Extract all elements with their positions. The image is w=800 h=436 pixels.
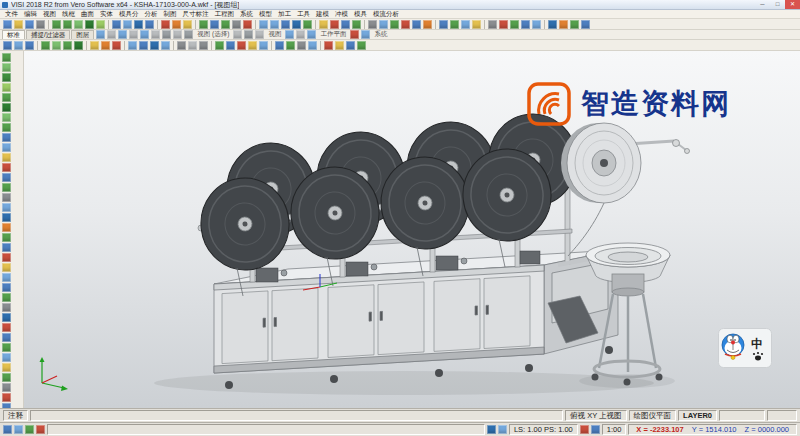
sidebar-icon-31[interactable] (2, 363, 11, 372)
toolbar-tab-0[interactable]: 标准 (2, 30, 25, 39)
toolbar1-icon-55[interactable] (548, 20, 557, 29)
status-mid-icon-0[interactable] (487, 425, 496, 434)
status-left-icon-1[interactable] (14, 425, 23, 434)
tabrow-g0-icon-3[interactable] (129, 30, 138, 39)
toolbar1-icon-33[interactable] (330, 20, 339, 29)
toolbar2-icon-19[interactable] (188, 41, 197, 50)
status-left-icon-0[interactable] (3, 425, 12, 434)
toolbar2-icon-33[interactable] (324, 41, 333, 50)
toolbar1-icon-2[interactable] (25, 20, 34, 29)
menu-item-9[interactable]: 尺寸标注 (180, 10, 212, 19)
toolbar1-icon-30[interactable] (303, 20, 312, 29)
sidebar-icon-23[interactable] (2, 283, 11, 292)
tabrow-g3-icon-1[interactable] (296, 30, 305, 39)
sidebar-icon-15[interactable] (2, 203, 11, 212)
toolbar1-icon-26[interactable] (259, 20, 268, 29)
menu-item-12[interactable]: 模型 (256, 10, 275, 19)
sidebar-icon-34[interactable] (2, 393, 11, 402)
tabrow-g0-icon-4[interactable] (140, 30, 149, 39)
toolbar2-icon-31[interactable] (308, 41, 317, 50)
toolbar1-icon-42[interactable] (423, 20, 432, 29)
toolbar1-icon-44[interactable] (439, 20, 448, 29)
toolbar1-icon-14[interactable] (145, 20, 154, 29)
toolbar1-icon-45[interactable] (450, 20, 459, 29)
toolbar1-icon-28[interactable] (281, 20, 290, 29)
menu-item-5[interactable]: 实体 (97, 10, 116, 19)
sidebar-icon-24[interactable] (2, 293, 11, 302)
status-mid-icon-1[interactable] (498, 425, 507, 434)
app-icon[interactable] (2, 2, 8, 8)
toolbar1-icon-52[interactable] (521, 20, 530, 29)
sidebar-icon-26[interactable] (2, 313, 11, 322)
toolbar1-icon-13[interactable] (134, 20, 143, 29)
toolbar2-icon-24[interactable] (237, 41, 246, 50)
toolbar1-icon-6[interactable] (63, 20, 72, 29)
toolbar2-icon-28[interactable] (275, 41, 284, 50)
menu-item-6[interactable]: 模具分 (116, 10, 142, 19)
status-left-icon-3[interactable] (36, 425, 45, 434)
toolbar1-icon-56[interactable] (559, 20, 568, 29)
toolbar1-icon-20[interactable] (199, 20, 208, 29)
toolbar2-icon-36[interactable] (357, 41, 366, 50)
toolbar1-icon-41[interactable] (412, 20, 421, 29)
sidebar-icon-3[interactable] (2, 83, 11, 92)
menu-item-10[interactable]: 工程图 (212, 10, 238, 19)
toolbar2-icon-26[interactable] (259, 41, 268, 50)
toolbar-tab-2[interactable]: 图层 (71, 30, 94, 39)
sidebar-icon-5[interactable] (2, 103, 11, 112)
tabrow-g1-icon-2[interactable] (173, 30, 182, 39)
toolbar1-icon-17[interactable] (172, 20, 181, 29)
sidebar-icon-13[interactable] (2, 183, 11, 192)
toolbar1-icon-1[interactable] (14, 20, 23, 29)
toolbar2-icon-2[interactable] (25, 41, 34, 50)
status-ratio-icon-0[interactable] (580, 425, 589, 434)
tabrow-g1-icon-0[interactable] (151, 30, 160, 39)
toolbar2-icon-0[interactable] (3, 41, 12, 50)
toolbar2-icon-5[interactable] (52, 41, 61, 50)
sidebar-icon-16[interactable] (2, 213, 11, 222)
toolbar2-icon-25[interactable] (248, 41, 257, 50)
toolbar1-icon-7[interactable] (74, 20, 83, 29)
sidebar-icon-17[interactable] (2, 223, 11, 232)
toolbar2-icon-34[interactable] (335, 41, 344, 50)
toolbar2-icon-18[interactable] (177, 41, 186, 50)
sidebar-icon-28[interactable] (2, 333, 11, 342)
toolbar2-icon-35[interactable] (346, 41, 355, 50)
sidebar-icon-32[interactable] (2, 373, 11, 382)
status-ratio-icon-1[interactable] (591, 425, 600, 434)
toolbar1-icon-46[interactable] (461, 20, 470, 29)
tabrow-g1-icon-1[interactable] (162, 30, 171, 39)
menu-item-18[interactable]: 模流分析 (370, 10, 402, 19)
tabrow-g2-icon-1[interactable] (244, 30, 253, 39)
toolbar2-icon-29[interactable] (286, 41, 295, 50)
toolbar1-icon-29[interactable] (292, 20, 301, 29)
tabrow-g2-icon-0[interactable] (233, 30, 242, 39)
sidebar-icon-6[interactable] (2, 113, 11, 122)
toolbar2-icon-1[interactable] (14, 41, 23, 50)
menu-item-1[interactable]: 编辑 (21, 10, 40, 19)
toolbar2-icon-13[interactable] (128, 41, 137, 50)
toolbar1-icon-39[interactable] (390, 20, 399, 29)
toolbar1-icon-12[interactable] (123, 20, 132, 29)
toolbar1-icon-16[interactable] (161, 20, 170, 29)
toolbar2-icon-4[interactable] (41, 41, 50, 50)
sidebar-icon-11[interactable] (2, 163, 11, 172)
toolbar1-icon-3[interactable] (36, 20, 45, 29)
sidebar-icon-20[interactable] (2, 253, 11, 262)
menu-item-4[interactable]: 曲面 (78, 10, 97, 19)
menu-item-17[interactable]: 模具 (351, 10, 370, 19)
toolbar2-icon-10[interactable] (101, 41, 110, 50)
tabrow-g3-icon-0[interactable] (285, 30, 294, 39)
toolbar1-icon-22[interactable] (221, 20, 230, 29)
toolbar1-icon-9[interactable] (96, 20, 105, 29)
sidebar-icon-19[interactable] (2, 243, 11, 252)
toolbar1-icon-21[interactable] (210, 20, 219, 29)
maximize-button[interactable]: □ (770, 0, 785, 9)
sidebar-icon-10[interactable] (2, 153, 11, 162)
tabrow-g0-icon-1[interactable] (107, 30, 116, 39)
tabrow-g3-icon-2[interactable] (307, 30, 316, 39)
sidebar-icon-0[interactable] (2, 53, 11, 62)
toolbar1-icon-35[interactable] (352, 20, 361, 29)
toolbar1-icon-24[interactable] (243, 20, 252, 29)
toolbar1-icon-49[interactable] (488, 20, 497, 29)
